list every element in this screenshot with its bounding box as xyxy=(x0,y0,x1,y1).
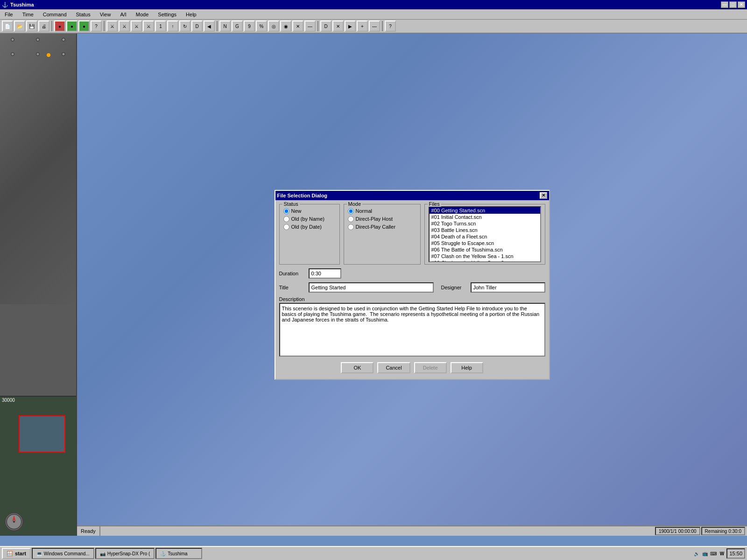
menu-item-command[interactable]: Command xyxy=(40,11,70,18)
position-display: 1900/1/1 00:00:00 xyxy=(655,527,700,535)
radio-normal-input[interactable] xyxy=(348,208,354,214)
toolbar-plus1[interactable]: + xyxy=(357,21,368,32)
maximize-button[interactable]: □ xyxy=(729,1,737,8)
file-item[interactable]: #07 Clash on the Yellow Sea - 1.scn xyxy=(430,253,540,259)
left-panel: 30000 xyxy=(0,34,77,536)
title-bar-left: ⚓ Tsushima xyxy=(2,2,34,8)
toolbar-back[interactable]: ◀ xyxy=(204,21,215,32)
toolbar-pct[interactable]: % xyxy=(256,21,267,32)
ok-button[interactable]: OK xyxy=(341,362,374,373)
toolbar-circle1[interactable]: ◎ xyxy=(268,21,279,32)
toolbar-green1[interactable]: ● xyxy=(66,21,78,32)
file-item[interactable]: #01 Initial Contact.scn xyxy=(430,214,540,220)
radio-caller-input[interactable] xyxy=(348,224,354,230)
toolbar-d1[interactable]: D xyxy=(191,21,203,32)
duration-row: Duration xyxy=(279,268,545,279)
description-textarea[interactable] xyxy=(279,303,545,357)
toolbar-save[interactable]: 💾 xyxy=(26,21,37,32)
menu-item-file[interactable]: File xyxy=(2,11,16,18)
file-selection-dialog: File Selection Dialog ✕ Status New xyxy=(275,190,550,380)
radio-new-input[interactable] xyxy=(283,208,289,214)
windows-logo: 🪟 xyxy=(7,551,13,557)
toolbar-help[interactable]: ? xyxy=(91,21,102,32)
dialog-overlay: File Selection Dialog ✕ Status New xyxy=(77,34,747,536)
radio-host-label: Direct-Play Host xyxy=(356,216,393,222)
radio-normal[interactable]: Normal xyxy=(348,208,416,214)
toolbar-x2[interactable]: ✕ xyxy=(332,21,344,32)
menu-item-time[interactable]: Time xyxy=(20,11,36,18)
radio-new[interactable]: New xyxy=(283,208,336,214)
close-button[interactable]: ✕ xyxy=(738,1,745,8)
toolbar-sword3[interactable]: ⚔ xyxy=(131,21,142,32)
minimize-button[interactable]: — xyxy=(721,1,728,8)
file-item[interactable]: #08 Clash on the Yellow Sea - 2.scn xyxy=(430,259,540,262)
cancel-button[interactable]: Cancel xyxy=(377,362,410,373)
radio-old-date[interactable]: Old (by Date) xyxy=(283,224,336,230)
dialog-close-button[interactable]: ✕ xyxy=(540,192,547,199)
toolbar-minus2[interactable]: — xyxy=(369,21,380,32)
toolbar-new[interactable]: 📄 xyxy=(2,21,13,32)
hypersnap-icon: 📷 xyxy=(100,551,106,556)
radio-old-date-input[interactable] xyxy=(283,224,289,230)
toolbar-sword1[interactable]: ⚔ xyxy=(106,21,118,32)
file-item[interactable]: #00 Getting Started.scn xyxy=(430,207,540,214)
menu-item-mode[interactable]: Mode xyxy=(133,11,152,18)
toolbar-play1[interactable]: ▶ xyxy=(345,21,356,32)
toolbar-num1[interactable]: 1 xyxy=(155,21,166,32)
toolbar-sword2[interactable]: ⚔ xyxy=(119,21,130,32)
dialog-buttons-row: OK Cancel Delete Help xyxy=(279,362,545,375)
toolbar-green2[interactable]: ● xyxy=(78,21,90,32)
remaining-display: Remaining 0:30:0 xyxy=(701,527,745,535)
toolbar-print[interactable]: 🖨 xyxy=(38,21,49,32)
toolbar-help2[interactable]: ? xyxy=(385,21,396,32)
toolbar-9[interactable]: 9 xyxy=(244,21,255,32)
radio-old-name-input[interactable] xyxy=(283,216,289,222)
toolbar-sword4[interactable]: ⚔ xyxy=(143,21,154,32)
taskbar-item-tsushima[interactable]: ⚓ Tsushima xyxy=(155,548,202,559)
menu-item-settings[interactable]: Settings xyxy=(155,11,179,18)
help-button[interactable]: Help xyxy=(451,362,483,373)
radio-caller[interactable]: Direct-Play Caller xyxy=(348,224,416,230)
toolbar-refresh[interactable]: ↻ xyxy=(179,21,190,32)
duration-input[interactable] xyxy=(309,268,341,279)
file-item[interactable]: #03 Battle Lines.scn xyxy=(430,227,540,233)
file-item[interactable]: #05 Struggle to Escape.scn xyxy=(430,240,540,246)
status-group: Status New Old (by Name) O xyxy=(279,204,340,265)
toolbar-n[interactable]: N xyxy=(219,21,231,32)
windows-command-icon: 💻 xyxy=(36,551,42,556)
files-list[interactable]: #00 Getting Started.scn#01 Initial Conta… xyxy=(429,206,541,262)
menu-item-view[interactable]: View xyxy=(97,11,114,18)
taskbar-item-hypersnap[interactable]: 📷 HyperSnap-DX Pro ( xyxy=(95,548,155,559)
tray-icon-w: W xyxy=(718,550,726,557)
radio-host[interactable]: Direct-Play Host xyxy=(348,216,416,222)
map-panel xyxy=(0,34,76,304)
toolbar-open[interactable]: 📂 xyxy=(14,21,25,32)
taskbar-tray: 🔊 📺 ⌨ W 15:50 xyxy=(693,548,745,559)
status-ready: Ready xyxy=(77,526,100,536)
taskbar-item-windows-command[interactable]: 💻 Windows Command... xyxy=(32,548,94,559)
menu-item-a/i[interactable]: A/I xyxy=(117,11,129,18)
hypersnap-label: HyperSnap-DX Pro ( xyxy=(107,551,150,556)
toolbar-g[interactable]: G xyxy=(232,21,243,32)
file-item[interactable]: #06 The Battle of Tsushima.scn xyxy=(430,246,540,253)
file-item[interactable]: #04 Death of a Fleet.scn xyxy=(430,233,540,240)
windows-command-label: Windows Command... xyxy=(44,551,90,556)
designer-input[interactable] xyxy=(471,282,545,293)
toolbar-x1[interactable]: ✕ xyxy=(292,21,303,32)
menu-item-status[interactable]: Status xyxy=(73,11,93,18)
dialog-title: File Selection Dialog xyxy=(277,193,328,198)
toolbar-minus1[interactable]: — xyxy=(304,21,316,32)
mode-group-label: Mode xyxy=(347,201,363,207)
start-button[interactable]: 🪟 start xyxy=(2,548,31,559)
title-input[interactable] xyxy=(309,282,434,293)
duration-label: Duration xyxy=(279,271,305,276)
toolbar-circle2[interactable]: ◉ xyxy=(280,21,291,32)
delete-button[interactable]: Delete xyxy=(414,362,447,373)
radio-old-name[interactable]: Old (by Name) xyxy=(283,216,336,222)
toolbar-d2[interactable]: D xyxy=(320,21,331,32)
menu-item-help[interactable]: Help xyxy=(183,11,199,18)
toolbar-red[interactable]: ● xyxy=(54,21,65,32)
radio-host-input[interactable] xyxy=(348,216,354,222)
toolbar-up[interactable]: ↑ xyxy=(167,21,178,32)
file-item[interactable]: #02 Togo Turns.scn xyxy=(430,220,540,227)
